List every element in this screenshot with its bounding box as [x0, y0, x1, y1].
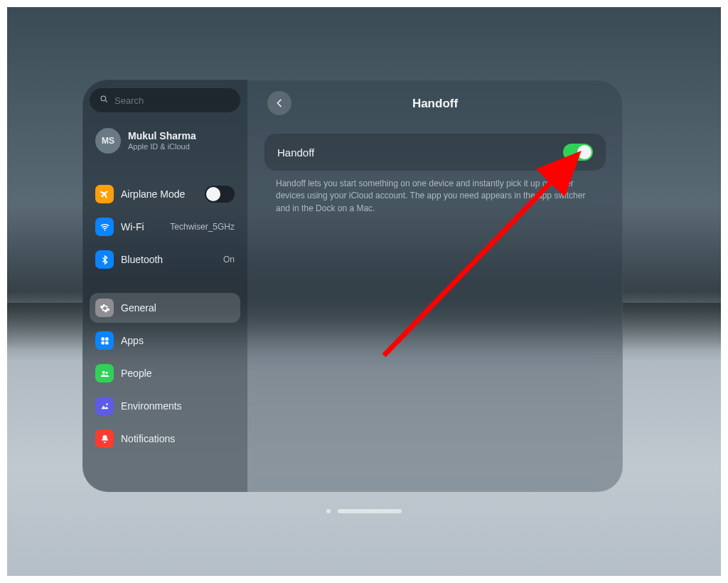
svg-point-8 — [105, 371, 107, 373]
sidebar: MS Mukul Sharma Apple ID & iCloud Airpla… — [82, 80, 247, 492]
handoff-toggle[interactable] — [563, 144, 593, 161]
svg-point-0 — [101, 96, 106, 101]
environments-icon — [95, 397, 114, 415]
sidebar-item-people[interactable]: People — [90, 358, 240, 388]
svg-point-7 — [102, 370, 105, 373]
wifi-icon — [95, 218, 114, 236]
airplane-icon — [95, 185, 114, 203]
apps-icon — [95, 331, 114, 350]
sidebar-item-label: People — [121, 368, 152, 379]
svg-rect-3 — [101, 337, 104, 340]
sidebar-item-label: General — [121, 302, 156, 314]
page-title: Handoff — [412, 97, 458, 111]
svg-rect-6 — [105, 341, 108, 344]
svg-rect-4 — [105, 337, 108, 340]
profile-name: Mukul Sharma — [128, 130, 196, 142]
handoff-description: Handoff lets you start something on one … — [264, 171, 606, 215]
handoff-row[interactable]: Handoff — [264, 134, 606, 171]
sidebar-item-apps[interactable]: Apps — [90, 326, 240, 355]
svg-rect-5 — [101, 341, 104, 344]
sidebar-item-label: Environments — [121, 400, 182, 412]
sidebar-item-bluetooth[interactable]: Bluetooth On — [90, 245, 240, 274]
sidebar-item-label: Apps — [121, 335, 144, 346]
sidebar-item-wifi[interactable]: Wi-Fi Techwiser_5GHz — [90, 212, 240, 242]
airplane-mode-toggle[interactable] — [205, 186, 235, 203]
bluetooth-status-value: On — [223, 255, 235, 264]
profile-subtitle: Apple ID & iCloud — [128, 142, 196, 151]
bell-icon — [95, 429, 114, 448]
sidebar-item-airplane-mode[interactable]: Airplane Mode — [90, 179, 240, 209]
sidebar-item-general[interactable]: General — [90, 293, 240, 323]
avatar: MS — [95, 128, 121, 154]
sidebar-item-label: Wi-Fi — [121, 221, 144, 232]
handoff-row-label: Handoff — [277, 146, 314, 159]
svg-line-1 — [105, 100, 107, 102]
home-indicator[interactable] — [326, 509, 402, 513]
sidebar-item-label: Bluetooth — [121, 254, 163, 265]
search-input[interactable] — [114, 95, 234, 106]
bluetooth-icon — [95, 250, 114, 269]
sidebar-item-notifications[interactable]: Notifications — [90, 424, 240, 454]
content-pane: Handoff Handoff Handoff lets you start s… — [247, 80, 623, 492]
people-icon — [95, 364, 114, 383]
gear-icon — [95, 299, 114, 317]
sidebar-item-profile[interactable]: MS Mukul Sharma Apple ID & iCloud — [90, 121, 240, 161]
svg-point-2 — [104, 230, 105, 231]
sidebar-item-label: Airplane Mode — [121, 188, 185, 200]
search-field[interactable] — [90, 88, 240, 112]
settings-window: MS Mukul Sharma Apple ID & iCloud Airpla… — [82, 80, 623, 492]
search-icon — [100, 95, 109, 106]
sidebar-item-label: Notifications — [121, 433, 175, 444]
sidebar-item-environments[interactable]: Environments — [90, 391, 240, 421]
back-button[interactable] — [267, 91, 291, 115]
svg-point-9 — [106, 403, 108, 405]
wifi-network-value: Techwiser_5GHz — [170, 222, 235, 232]
